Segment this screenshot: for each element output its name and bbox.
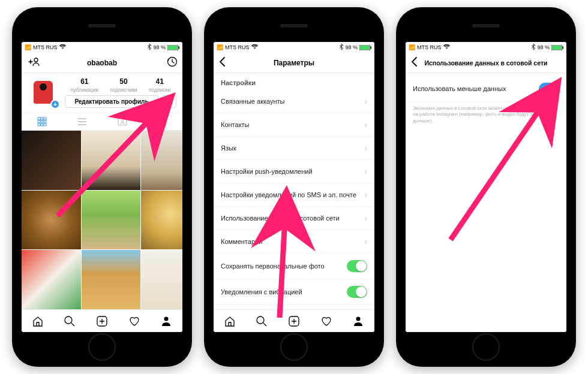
add-story-badge[interactable]: + <box>50 99 60 109</box>
tab-saved[interactable] <box>142 113 182 130</box>
tab-activity[interactable] <box>128 315 140 327</box>
chevron-left-icon <box>410 56 418 67</box>
row-linked-accounts[interactable]: Связанные аккаунты› <box>214 90 374 113</box>
row-contacts[interactable]: Контакты› <box>214 113 374 137</box>
cellular-nav-bar: Использование данных в сотовой сети <box>406 53 566 73</box>
stat-followers[interactable]: 50 подписчики <box>110 77 137 93</box>
screen-profile: 📶 MTS RUS 98 % <box>22 42 182 332</box>
photo-cell[interactable] <box>82 191 141 250</box>
cellular-content: Использовать меньше данных Экономия данн… <box>406 73 566 332</box>
chevron-right-icon: › <box>364 120 367 129</box>
page-title: Параметры <box>274 59 314 67</box>
tab-search[interactable] <box>64 315 76 327</box>
row-language[interactable]: Язык› <box>214 137 374 160</box>
photo-cell[interactable] <box>22 131 81 190</box>
tab-activity[interactable] <box>320 315 332 327</box>
archive-button[interactable] <box>167 56 178 69</box>
bluetooth-icon <box>532 44 535 51</box>
battery-pct: 98 % <box>153 44 166 50</box>
carrier-label: MTS RUS <box>33 44 58 50</box>
svg-point-3 <box>34 58 38 62</box>
photo-cell[interactable] <box>141 191 182 250</box>
svg-rect-6 <box>118 118 127 125</box>
carrier-label: MTS RUS <box>417 44 442 50</box>
svg-rect-2 <box>179 46 180 49</box>
back-button[interactable] <box>410 56 418 69</box>
photo-cell[interactable] <box>141 250 182 309</box>
username-label: obaobab <box>87 59 117 67</box>
edit-profile-button[interactable]: Редактировать профиль <box>65 95 158 108</box>
bluetooth-icon <box>340 44 343 51</box>
battery-pct: 98 % <box>345 44 358 50</box>
photo-cell[interactable] <box>82 131 141 190</box>
photo-cell[interactable] <box>141 131 182 190</box>
photo-cell[interactable] <box>82 250 141 309</box>
signal-icon: 📶 <box>409 44 415 50</box>
row-show-activity-status[interactable]: Show Activity Status <box>214 305 374 309</box>
gear-icon <box>164 97 173 105</box>
status-bar: 📶 MTS RUS 98 % <box>22 42 182 53</box>
row-use-less-data[interactable]: Использовать меньше данных <box>406 73 566 102</box>
tab-search[interactable] <box>256 315 268 327</box>
svg-point-5 <box>167 100 170 102</box>
tab-list[interactable] <box>62 113 102 130</box>
toggle-on[interactable] <box>347 260 367 272</box>
row-vibrate-notifications[interactable]: Уведомления с вибрацией <box>214 279 374 305</box>
chevron-right-icon: › <box>364 96 367 106</box>
toggle-on[interactable] <box>539 83 559 95</box>
chevron-right-icon: › <box>364 190 367 200</box>
stat-following[interactable]: 41 подписки <box>149 77 170 93</box>
chevron-right-icon: › <box>364 167 367 176</box>
wifi-icon <box>443 44 450 50</box>
battery-icon <box>167 45 179 50</box>
row-comments[interactable]: Комментарии› <box>214 230 374 254</box>
svg-point-10 <box>164 316 169 321</box>
chevron-left-icon <box>218 56 226 67</box>
tab-new-post[interactable] <box>288 315 300 327</box>
carrier-label: MTS RUS <box>225 44 250 50</box>
avatar[interactable]: + <box>28 77 59 108</box>
back-button[interactable] <box>218 56 226 69</box>
status-bar: 📶 MTS RUS 98 % <box>214 42 374 53</box>
battery-pct: 98 % <box>537 44 550 50</box>
svg-rect-21 <box>563 46 564 49</box>
row-cellular-data-use[interactable]: Использование данных в сотовой сети› <box>214 207 374 230</box>
tab-grid[interactable] <box>22 113 62 130</box>
toggle-on[interactable] <box>347 286 367 298</box>
row-save-original-photos[interactable]: Сохранять первоначальные фото <box>214 254 374 279</box>
phone-frame-2: 📶 MTS RUS 98 % Параметры Настройки Связа… <box>204 7 384 367</box>
signal-icon: 📶 <box>25 44 31 50</box>
profile-header: + 61 публикации 50 подписчики 41 <box>22 73 182 108</box>
screen-settings: 📶 MTS RUS 98 % Параметры Настройки Связа… <box>214 42 374 332</box>
svg-rect-14 <box>371 46 372 49</box>
settings-button[interactable] <box>161 95 176 108</box>
signal-icon: 📶 <box>217 44 223 50</box>
photo-cell[interactable] <box>22 250 81 309</box>
add-account-button[interactable] <box>26 57 40 68</box>
settings-nav-bar: Параметры <box>214 53 374 73</box>
view-tabs <box>22 113 182 131</box>
tab-bar <box>214 309 374 332</box>
row-push-notifications[interactable]: Настройки push-уведомлений› <box>214 160 374 183</box>
wifi-icon <box>251 44 258 50</box>
tab-tagged[interactable] <box>102 113 142 130</box>
chevron-right-icon: › <box>364 143 367 153</box>
tab-home[interactable] <box>224 315 236 327</box>
tab-bar <box>22 309 182 332</box>
tab-profile[interactable] <box>352 315 364 327</box>
footnote: Экономия данных в сотовой сети может отр… <box>406 102 566 128</box>
tab-new-post[interactable] <box>96 315 108 327</box>
bluetooth-icon <box>148 44 151 51</box>
svg-rect-20 <box>552 46 562 50</box>
svg-rect-13 <box>360 46 370 50</box>
stat-posts[interactable]: 61 публикации <box>71 77 98 93</box>
tab-home[interactable] <box>32 315 44 327</box>
svg-point-7 <box>121 120 124 122</box>
photo-cell[interactable] <box>22 191 81 250</box>
tab-profile[interactable] <box>160 315 172 327</box>
settings-list[interactable]: Настройки Связанные аккаунты› Контакты› … <box>214 73 374 309</box>
row-sms-email-notifications[interactable]: Настройки уведомлений по SMS и эл. почте… <box>214 183 374 207</box>
phone-frame-1: 📶 MTS RUS 98 % <box>12 7 192 367</box>
phone-frame-3: 📶 MTS RUS 98 % Использование данных в со… <box>396 7 576 367</box>
svg-point-15 <box>257 316 264 324</box>
